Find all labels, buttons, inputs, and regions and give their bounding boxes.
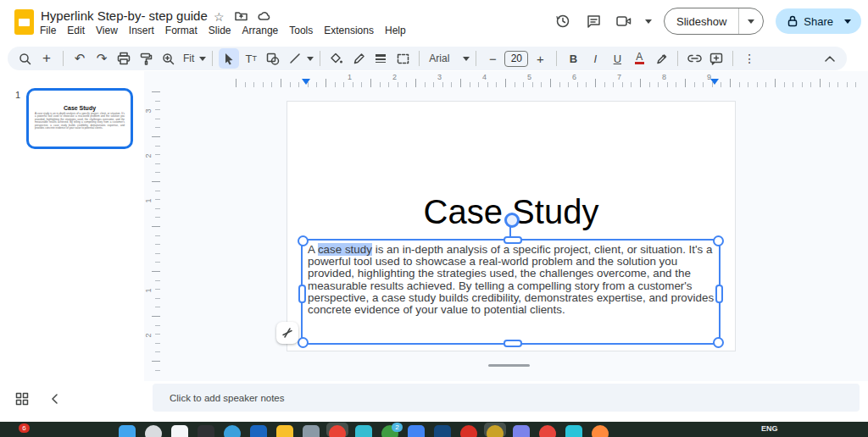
bold-button[interactable]: B (563, 48, 583, 69)
taskbar-app-mail-app[interactable] (434, 425, 451, 437)
resize-handle-nw[interactable] (298, 235, 309, 246)
filmstrip-panel: 1 Case Study A case study is an in-depth… (0, 71, 144, 381)
taskbar-app-terminal[interactable] (565, 425, 582, 437)
print-icon[interactable] (114, 48, 134, 69)
share-button[interactable]: Share (776, 8, 861, 34)
share-dropdown[interactable] (839, 8, 856, 34)
resize-handle-s[interactable] (504, 340, 522, 347)
search-menus-icon[interactable] (14, 48, 35, 69)
add-comment-icon[interactable] (706, 48, 726, 69)
menu-file[interactable]: File (40, 25, 56, 36)
menu-insert[interactable]: Insert (129, 25, 154, 36)
highlight-color-icon[interactable] (651, 48, 671, 69)
taskbar-app-file-explorer[interactable] (276, 425, 293, 437)
comments-icon[interactable] (584, 12, 603, 30)
taskbar-app-search[interactable] (145, 425, 162, 437)
taskbar-app-chrome[interactable] (329, 425, 346, 437)
star-icon[interactable]: ☆ (214, 10, 225, 24)
new-slide-button[interactable]: + (36, 48, 57, 69)
border-color-icon[interactable] (348, 48, 369, 69)
language-indicator[interactable]: ENG (761, 424, 778, 433)
shape-icon[interactable] (263, 48, 283, 69)
paint-format-icon[interactable] (136, 48, 156, 69)
ruler-indent-marker-left[interactable] (302, 79, 310, 85)
slide-thumbnail-1[interactable]: Case Study A case study is an in-depth a… (26, 88, 133, 149)
taskbar-app-windows-start[interactable] (119, 425, 136, 437)
v-ruler-number: 1 (144, 288, 153, 292)
taskbar-app-widgets[interactable] (198, 425, 214, 437)
h-ruler-number: 5 (527, 73, 531, 81)
selected-text: case study (318, 243, 372, 256)
resize-handle-sw[interactable] (298, 337, 309, 348)
taskbar-app-user-app[interactable] (487, 425, 504, 437)
document-title[interactable]: Hyperlink Step-by- step guide (41, 8, 208, 23)
resize-handle-ne[interactable] (713, 235, 724, 246)
cloud-status-icon[interactable] (258, 9, 271, 25)
move-folder-icon[interactable] (235, 9, 248, 25)
slides-logo-icon[interactable] (14, 9, 34, 35)
underline-button[interactable]: U (607, 48, 627, 69)
meet-caret-icon[interactable] (645, 19, 652, 24)
zoom-fit-select[interactable]: Fit (180, 53, 198, 64)
version-history-icon[interactable] (554, 12, 572, 30)
taskbar-app-firefox[interactable] (592, 425, 609, 437)
text-color-button[interactable]: A (629, 48, 649, 69)
undo-icon[interactable]: ↶ (70, 48, 90, 69)
menu-arrange[interactable]: Arrange (242, 25, 279, 36)
line-tool-caret-icon[interactable] (307, 57, 314, 61)
h-ruler-number: 3 (437, 73, 442, 81)
zoom-fit-caret-icon[interactable] (199, 57, 206, 61)
google-slides-app: Hyperlink Step-by- step guide ☆ File Edi… (0, 0, 868, 437)
menu-format[interactable]: Format (165, 25, 198, 36)
fill-color-icon[interactable] (326, 48, 347, 69)
redo-icon[interactable]: ↷ (92, 48, 112, 69)
taskbar-app-user-app-2[interactable] (539, 425, 556, 437)
notes-resize-handle[interactable] (488, 364, 530, 367)
selected-text-box[interactable]: A case study is an in-depth analysis of … (301, 239, 721, 345)
font-size-increase-button[interactable]: + (530, 48, 550, 69)
menu-slide[interactable]: Slide (209, 25, 231, 36)
select-tool-icon[interactable] (219, 48, 239, 69)
taskbar-app-printer[interactable] (303, 425, 320, 437)
ruler-indent-marker-right[interactable] (710, 79, 719, 85)
border-dash-icon[interactable] (392, 48, 413, 69)
resize-handle-se[interactable] (713, 337, 724, 348)
taskbar-app-drive[interactable] (408, 425, 425, 437)
resize-handle-w[interactable] (298, 285, 306, 303)
body-text[interactable]: A case study is an in-depth analysis of … (308, 244, 715, 316)
taskbar-app-outlook[interactable] (250, 425, 267, 437)
taskbar-app-task-view[interactable] (171, 425, 188, 437)
text-box-icon[interactable]: TT (241, 48, 261, 69)
rotation-handle[interactable] (504, 213, 520, 228)
menu-extensions[interactable]: Extensions (324, 25, 374, 36)
collapse-toolbar-icon[interactable] (820, 48, 840, 69)
more-options-icon[interactable]: ⋮ (739, 48, 760, 69)
font-size-input[interactable]: 20 (504, 51, 528, 67)
collapse-filmstrip-icon[interactable] (51, 392, 58, 407)
meet-camera-icon[interactable] (615, 12, 633, 30)
speaker-notes-input[interactable]: Click to add speaker notes (153, 384, 860, 412)
menu-edit[interactable]: Edit (67, 25, 85, 36)
taskbar-app-teams[interactable] (513, 425, 530, 437)
autofit-button[interactable] (276, 322, 298, 344)
slideshow-button[interactable]: Slideshow (665, 15, 738, 28)
menu-view[interactable]: View (96, 25, 118, 36)
taskbar-app-edge[interactable] (224, 425, 241, 437)
grid-view-icon[interactable] (15, 392, 29, 409)
font-family-select[interactable]: Arial (426, 53, 461, 64)
menu-tools[interactable]: Tools (289, 25, 313, 36)
font-size-decrease-button[interactable]: − (482, 48, 503, 69)
line-tool-icon[interactable] (285, 48, 305, 69)
insert-link-icon[interactable] (684, 48, 704, 69)
taskbar-app-monitor-app[interactable] (355, 425, 372, 437)
font-family-caret-icon[interactable] (463, 57, 470, 61)
menu-help[interactable]: Help (385, 25, 406, 36)
slideshow-dropdown[interactable] (738, 8, 763, 34)
resize-handle-n[interactable] (504, 236, 522, 244)
zoom-icon[interactable] (158, 48, 178, 69)
resize-handle-e[interactable] (715, 285, 723, 303)
taskbar-app-chrome-profile[interactable] (460, 425, 477, 437)
border-weight-icon[interactable] (370, 48, 391, 69)
italic-button[interactable]: I (585, 48, 605, 69)
v-ruler-number: 1 (144, 198, 153, 202)
